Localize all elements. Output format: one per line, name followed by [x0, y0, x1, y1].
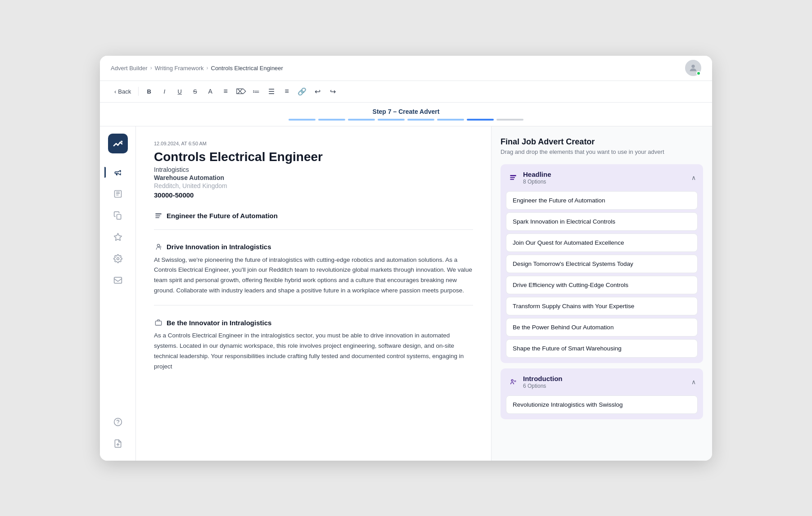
- svg-point-0: [691, 65, 695, 68]
- section-role-heading: Be the Innovator in Intralogistics: [154, 318, 473, 327]
- svg-rect-18: [510, 177, 515, 178]
- sidebar-item-copy[interactable]: [108, 206, 128, 225]
- svg-rect-10: [155, 213, 161, 215]
- headline-option-8[interactable]: Shape the Future of Smart Warehousing: [506, 339, 698, 358]
- svg-rect-12: [155, 217, 159, 218]
- document-panel: 12.09.2024, AT 6:50 AM Controls Electric…: [136, 126, 492, 461]
- breadcrumb-current: Controls Electrical Engineer: [211, 65, 283, 72]
- toolbar-divider-1: [138, 87, 139, 96]
- avatar-online-indicator: [696, 71, 701, 76]
- accordion-headline-icon: [508, 172, 519, 183]
- headline-option-7[interactable]: Be the Power Behind Our Automation: [506, 318, 698, 337]
- headline-option-3[interactable]: Join Our Quest for Automated Excellence: [506, 233, 698, 252]
- headline-option-1[interactable]: Engineer the Future of Automation: [506, 191, 698, 210]
- accordion-headline-count: 8 Options: [523, 179, 551, 185]
- breadcrumb-advert-builder[interactable]: Advert Builder: [111, 65, 148, 72]
- step-dot-1[interactable]: [289, 119, 316, 121]
- breadcrumb-sep-2: ›: [207, 65, 208, 71]
- strikethrough-button[interactable]: S: [188, 85, 202, 98]
- document-location: Redditch, United Kingdom: [154, 182, 473, 189]
- step-dots: [111, 119, 701, 121]
- panel-title: Final Job Advert Creator: [501, 137, 703, 147]
- step-dot-6[interactable]: [437, 119, 464, 121]
- avatar[interactable]: [685, 60, 701, 76]
- sidebar-item-mail[interactable]: [108, 270, 128, 290]
- accordion-headline-left: Headline 8 Options: [508, 171, 551, 185]
- headline-section-icon: [154, 211, 163, 220]
- document-salary: 30000-50000: [154, 191, 473, 199]
- headline-option-4[interactable]: Design Tomorrow's Electrical Systems Tod…: [506, 255, 698, 273]
- undo-button[interactable]: ↩: [311, 85, 324, 98]
- sidebar: [100, 126, 136, 461]
- panel-subtitle: Drag and drop the elements that you want…: [501, 148, 703, 155]
- accordion-introduction-count: 6 Options: [523, 383, 562, 389]
- underline-button[interactable]: U: [173, 85, 186, 98]
- step-dot-2[interactable]: [318, 119, 345, 121]
- svg-rect-17: [510, 175, 516, 176]
- sidebar-item-star[interactable]: [108, 227, 128, 247]
- headline-option-6[interactable]: Transform Supply Chains with Your Expert…: [506, 297, 698, 315]
- title-bar: Advert Builder › Writing Framework › Con…: [100, 56, 712, 81]
- indent-button[interactable]: ≡: [280, 85, 293, 98]
- app-logo: [108, 134, 128, 153]
- svg-rect-11: [155, 215, 160, 216]
- accordion-headline-info: Headline 8 Options: [523, 171, 551, 185]
- headline-option-5[interactable]: Drive Efficiency with Cutting-Edge Contr…: [506, 276, 698, 294]
- sidebar-item-gear[interactable]: [108, 249, 128, 269]
- sidebar-item-export[interactable]: [108, 434, 128, 453]
- step-dot-5[interactable]: [407, 119, 434, 121]
- breadcrumb-writing-framework[interactable]: Writing Framework: [155, 65, 204, 72]
- sidebar-item-book[interactable]: [108, 184, 128, 204]
- headline-section-title: Engineer the Future of Automation: [167, 212, 278, 220]
- accordion-introduction-header[interactable]: Introduction 6 Options ∧: [501, 368, 703, 395]
- sidebar-item-help[interactable]: [108, 412, 128, 432]
- accordion-headline-body: Engineer the Future of Automation Spark …: [501, 191, 703, 363]
- italic-button[interactable]: I: [158, 85, 171, 98]
- link-button[interactable]: 🔗: [295, 85, 309, 98]
- accordion-introduction-chevron: ∧: [691, 378, 696, 386]
- bold-button[interactable]: B: [142, 85, 156, 98]
- font-color-button[interactable]: A: [203, 85, 217, 98]
- accordion-headline-chevron: ∧: [691, 174, 696, 181]
- accordion-headline-label: Headline: [523, 171, 551, 178]
- svg-rect-19: [510, 179, 514, 179]
- step-dot-4[interactable]: [378, 119, 405, 121]
- ordered-list-button[interactable]: ≔: [249, 85, 263, 98]
- svg-point-20: [511, 379, 513, 381]
- svg-rect-5: [117, 214, 121, 219]
- step-bar: Step 7 – Create Advert: [100, 103, 712, 126]
- step-dot-7[interactable]: [467, 119, 494, 121]
- step-title: Step 7 – Create Advert: [111, 108, 701, 115]
- unordered-list-button[interactable]: ☰: [265, 85, 278, 98]
- svg-point-6: [117, 257, 119, 260]
- sidebar-bottom: [108, 412, 128, 453]
- accordion-headline-header[interactable]: Headline 8 Options ∧: [501, 164, 703, 191]
- step-dot-8[interactable]: [496, 119, 523, 121]
- intro-section-icon: [154, 242, 163, 251]
- align-button[interactable]: ≡: [219, 85, 232, 98]
- step-dot-3[interactable]: [348, 119, 375, 121]
- document-date: 12.09.2024, AT 6:50 AM: [154, 141, 473, 146]
- back-label: Back: [118, 88, 131, 95]
- intro-section-body: At Swisslog, we're pioneering the future…: [154, 255, 473, 296]
- svg-point-13: [157, 244, 159, 247]
- accordion-headline: Headline 8 Options ∧ Engineer the Future…: [501, 164, 703, 363]
- headline-option-2[interactable]: Spark Innovation in Electrical Controls: [506, 212, 698, 231]
- svg-rect-7: [114, 277, 122, 283]
- app-window: Advert Builder › Writing Framework › Con…: [100, 56, 712, 461]
- highlight-button[interactable]: ⌦: [234, 85, 248, 98]
- svg-point-9: [117, 423, 118, 424]
- accordion-introduction-left: Introduction 6 Options: [508, 375, 562, 389]
- section-headline-heading: Engineer the Future of Automation: [154, 211, 473, 220]
- role-section-title: Be the Innovator in Intralogistics: [167, 319, 271, 327]
- sidebar-item-megaphone[interactable]: [108, 162, 128, 182]
- back-button[interactable]: ‹ Back: [111, 86, 135, 97]
- role-section-icon: [154, 318, 163, 327]
- document-company: Intralogistics: [154, 166, 473, 173]
- accordion-introduction: Introduction 6 Options ∧ Revolutionize I…: [501, 368, 703, 419]
- accordion-introduction-icon: [508, 377, 519, 387]
- accordion-introduction-info: Introduction 6 Options: [523, 375, 562, 389]
- document-title: Controls Electrical Engineer: [154, 150, 473, 164]
- intro-option-1[interactable]: Revolutionize Intralogistics with Swissl…: [506, 395, 698, 414]
- redo-button[interactable]: ↪: [326, 85, 339, 98]
